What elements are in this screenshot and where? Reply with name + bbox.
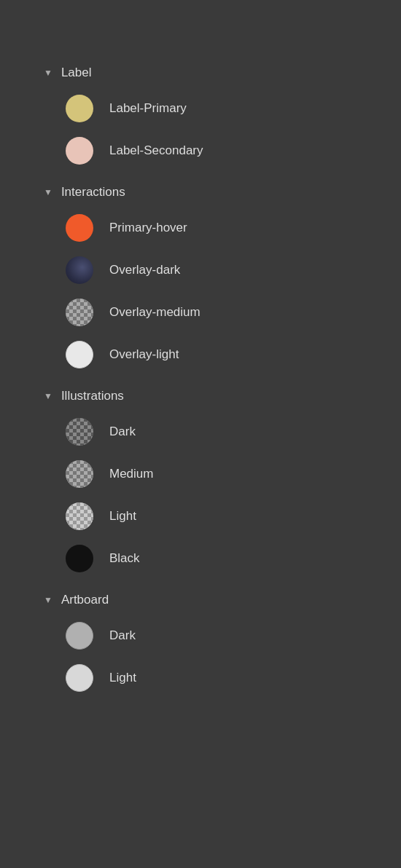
section-header-label[interactable]: ▼Label: [0, 58, 401, 87]
color-swatch-label-secondary: [66, 137, 93, 165]
item-label-overlay-medium: Overlay-medium: [109, 305, 200, 320]
section-header-artboard[interactable]: ▼Artboard: [0, 585, 401, 615]
section-title-illustrations: Illustrations: [61, 389, 124, 403]
chevron-down-icon: ▼: [44, 68, 52, 77]
color-swatch-illus-dark: [66, 418, 93, 446]
chevron-down-icon: ▼: [44, 392, 52, 401]
list-item-overlay-light[interactable]: Overlay-light: [0, 334, 401, 376]
color-swatch-illus-light: [66, 502, 93, 530]
chevron-down-icon: ▼: [44, 596, 52, 604]
item-label-illus-black: Black: [109, 551, 140, 566]
item-label-primary-hover: Primary-hover: [109, 221, 187, 235]
item-label-overlay-dark: Overlay-dark: [109, 263, 180, 277]
color-swatch-artboard-dark: [66, 622, 93, 650]
color-swatch-artboard-light: [66, 664, 93, 692]
section-label: ▼LabelLabel-PrimaryLabel-Secondary: [0, 58, 401, 172]
section-header-illustrations[interactable]: ▼Illustrations: [0, 382, 401, 411]
list-item-overlay-dark[interactable]: Overlay-dark: [0, 249, 401, 291]
section-header-interactions[interactable]: ▼Interactions: [0, 178, 401, 207]
color-swatch-primary-hover: [66, 214, 93, 242]
section-artboard: ▼ArtboardDarkLight: [0, 585, 401, 699]
list-item-illus-light[interactable]: Light: [0, 495, 401, 537]
item-label-label-primary: Label-Primary: [109, 101, 187, 116]
color-swatch-illus-medium: [66, 460, 93, 488]
item-label-artboard-dark: Dark: [109, 628, 136, 643]
list-item-primary-hover[interactable]: Primary-hover: [0, 207, 401, 249]
color-list: ▼LabelLabel-PrimaryLabel-Secondary▼Inter…: [0, 58, 401, 699]
section-title-artboard: Artboard: [61, 593, 109, 607]
list-item-illus-medium[interactable]: Medium: [0, 453, 401, 495]
list-item-illus-dark[interactable]: Dark: [0, 411, 401, 453]
color-swatch-overlay-light: [66, 341, 93, 368]
list-item-artboard-light[interactable]: Light: [0, 657, 401, 699]
section-title-interactions: Interactions: [61, 185, 125, 200]
section-interactions: ▼InteractionsPrimary-hoverOverlay-darkOv…: [0, 178, 401, 376]
item-label-artboard-light: Light: [109, 671, 136, 685]
color-swatch-illus-black: [66, 545, 93, 572]
list-item-label-secondary[interactable]: Label-Secondary: [0, 130, 401, 172]
item-label-illus-light: Light: [109, 509, 136, 524]
color-swatch-overlay-dark: [66, 256, 93, 284]
list-item-illus-black[interactable]: Black: [0, 537, 401, 580]
color-swatch-overlay-medium: [66, 299, 93, 326]
item-label-illus-dark: Dark: [109, 425, 136, 439]
item-label-illus-medium: Medium: [109, 467, 153, 481]
item-label-label-secondary: Label-Secondary: [109, 143, 203, 158]
color-swatch-label-primary: [66, 95, 93, 122]
item-label-overlay-light: Overlay-light: [109, 347, 179, 362]
list-item-label-primary[interactable]: Label-Primary: [0, 87, 401, 130]
list-item-artboard-dark[interactable]: Dark: [0, 615, 401, 657]
list-item-overlay-medium[interactable]: Overlay-medium: [0, 291, 401, 334]
chevron-down-icon: ▼: [44, 188, 52, 197]
section-title-label: Label: [61, 66, 92, 80]
section-illustrations: ▼IllustrationsDarkMediumLightBlack: [0, 382, 401, 580]
